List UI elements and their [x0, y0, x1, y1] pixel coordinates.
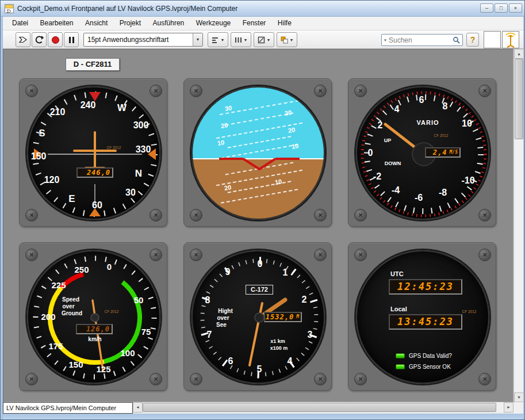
- speed-label: 0: [107, 262, 112, 272]
- font-selector[interactable]: 15pt Anwendungsschriftart ▼: [83, 33, 203, 47]
- vario-label: 2: [378, 120, 383, 131]
- run-button[interactable]: [16, 32, 30, 47]
- vario-down-label: DOWN: [385, 160, 401, 167]
- screw-icon: ×: [25, 85, 38, 97]
- compass-label: 300: [133, 120, 149, 131]
- altimeter-label: 2: [302, 295, 307, 305]
- compass-label: E: [68, 193, 75, 205]
- vario-label: 6: [419, 95, 424, 105]
- minimize-button[interactable]: –: [480, 3, 493, 13]
- local-time-display: 13:45:23: [389, 314, 462, 330]
- speed-label: 150: [68, 360, 83, 369]
- vario-gauge[interactable]: VARIO 4 6 8 2 10 0 -2 -10 -4 -6 -8 UP DO…: [356, 86, 489, 220]
- altimeter-unit: M: [296, 313, 299, 321]
- search-box[interactable]: ▼: [381, 34, 463, 46]
- speed-label: 175: [48, 341, 63, 351]
- abort-button[interactable]: [48, 32, 63, 47]
- compass-gauge[interactable]: 240 W 210 300 S 330 150 N 120 30 E 60 CF…: [27, 86, 160, 220]
- run-continuous-button[interactable]: [32, 32, 47, 47]
- altimeter-label: 7: [207, 330, 212, 340]
- horizontal-scroll-thumb[interactable]: [143, 403, 496, 412]
- screw-icon: ×: [314, 249, 327, 261]
- help-button[interactable]: ?: [466, 33, 479, 47]
- abort-icon: [52, 36, 59, 44]
- speed-label: 100: [120, 348, 135, 358]
- screw-icon: ×: [190, 85, 202, 97]
- altimeter-label: 5: [257, 364, 262, 375]
- title-bar[interactable]: Cockpit_Demo.vi Frontpanel auf LV Navilo…: [1, 1, 525, 17]
- scroll-right-button[interactable]: ►: [504, 402, 513, 413]
- labview-window: Cockpit_Demo.vi Frontpanel auf LV Navilo…: [0, 0, 525, 420]
- menu-fenster[interactable]: Fenster: [238, 17, 271, 30]
- screw-icon: ×: [150, 85, 162, 97]
- gps-clock-gauge[interactable]: UTC 12:45:23 Local CF 2012 13:45:23 GPS …: [356, 250, 489, 384]
- menu-ausfuehren[interactable]: Ausführen: [148, 17, 189, 30]
- instrument-panel-compass: × × × × 240: [19, 78, 167, 227]
- pause-button[interactable]: [64, 32, 79, 47]
- needle-hub: [255, 313, 264, 322]
- brand-text: CF 2012: [105, 310, 119, 314]
- screw-icon: ×: [354, 249, 367, 261]
- labview-vi-icon: [5, 4, 14, 13]
- altimeter-gauge[interactable]: 0 1 2 3 4 5 6 7 8 9 C-172 Hight over See…: [191, 250, 325, 384]
- gps-sensor-ok-label: GPS Sensor OK: [409, 364, 451, 370]
- menu-datei[interactable]: Datei: [7, 17, 33, 30]
- menu-hilfe[interactable]: Hilfe: [273, 17, 296, 30]
- vi-antenna-icon[interactable]: [502, 31, 519, 48]
- vario-label: 0: [368, 148, 373, 158]
- window-frame-bottom: [3, 414, 523, 420]
- vario-value: 2,4: [433, 148, 447, 156]
- gps-sensor-ok-led: [396, 364, 405, 369]
- speed-label: 250: [74, 265, 89, 274]
- close-button[interactable]: ×: [509, 3, 522, 13]
- resize-objects-button[interactable]: ▼: [254, 32, 274, 47]
- vario-unit: M/S: [450, 148, 458, 156]
- vertical-scroll-thumb[interactable]: [515, 59, 523, 139]
- resize-objects-icon: [258, 36, 265, 44]
- menu-bar: Datei Bearbeiten Ansicht Projekt Ausführ…: [3, 17, 523, 30]
- distribute-objects-button[interactable]: ▼: [231, 32, 251, 47]
- screw-icon: ×: [314, 85, 327, 97]
- run-arrow-icon: [18, 35, 28, 45]
- vertical-scrollbar[interactable]: ▲ ▼: [513, 49, 523, 402]
- altimeter-label: 6: [228, 356, 233, 366]
- maximize-button[interactable]: □: [495, 3, 508, 13]
- attitude-indicator-gauge[interactable]: 30 30 20 20 10 10 10 20: [191, 86, 325, 220]
- instrument-panel-clock: × × × × UTC 12:45:23 Local CF 2012 13:45…: [348, 242, 496, 391]
- font-selector-value: 15pt Anwendungsschriftart: [87, 36, 168, 44]
- compass-label: W: [117, 102, 127, 114]
- horizontal-scrollbar[interactable]: ◄ ►: [133, 402, 513, 413]
- vario-dial-graphics: [357, 87, 489, 220]
- menu-werkzeuge[interactable]: Werkzeuge: [191, 17, 235, 30]
- screw-icon: ×: [150, 209, 162, 222]
- aircraft-type-label: C-172: [246, 285, 273, 295]
- scroll-up-button[interactable]: ▲: [514, 49, 524, 59]
- altimeter-caption-line: See: [216, 322, 227, 329]
- gps-data-valid-label: GPS Data Valid?: [409, 353, 452, 359]
- menu-projekt[interactable]: Projekt: [115, 17, 145, 30]
- scroll-down-button[interactable]: ▼: [514, 392, 524, 402]
- chevron-down-icon[interactable]: ▼: [193, 33, 202, 46]
- execution-target-indicator[interactable]: LV Navilock GPS.lvproj/Mein Computer: [3, 402, 133, 414]
- run-continuous-icon: [34, 35, 44, 45]
- align-objects-button[interactable]: ▼: [208, 32, 228, 47]
- screw-icon: ×: [354, 209, 367, 222]
- speed-gauge[interactable]: 0 250 225 50 200 75 175 100 150 125 Spee…: [27, 250, 160, 384]
- vi-connector-pane[interactable]: [484, 31, 501, 48]
- search-input[interactable]: [389, 35, 449, 45]
- menu-bearbeiten[interactable]: Bearbeiten: [35, 17, 78, 30]
- vario-label: -2: [373, 171, 381, 182]
- altimeter-scale-note: x1 km: [270, 338, 285, 345]
- screw-icon: ×: [150, 249, 162, 261]
- aircraft-id-label: D - CF2811: [66, 58, 120, 71]
- speed-label: 125: [96, 364, 110, 374]
- menu-ansicht[interactable]: Ansicht: [81, 17, 112, 30]
- compass-label: 150: [31, 151, 47, 162]
- brand-text: CF 2012: [434, 133, 449, 138]
- scroll-left-button[interactable]: ◄: [133, 402, 143, 413]
- compass-label: 60: [92, 200, 102, 211]
- search-scope-chevron-icon[interactable]: ▼: [384, 39, 387, 42]
- vario-label: 4: [394, 104, 400, 114]
- reorder-button[interactable]: ▼: [277, 32, 297, 47]
- chevron-down-icon: ▼: [221, 38, 225, 42]
